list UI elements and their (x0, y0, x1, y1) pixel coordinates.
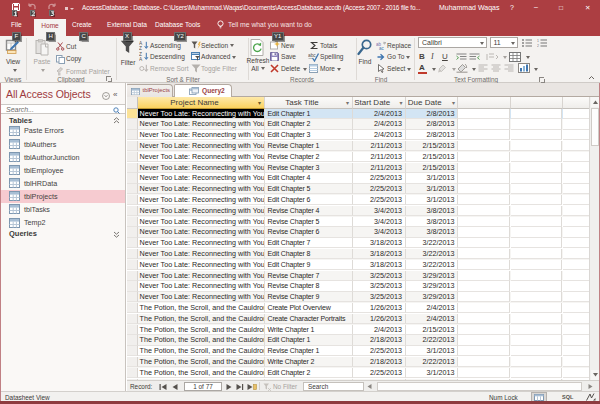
svg-text:abc: abc (308, 53, 316, 58)
svg-text:Z: Z (139, 46, 142, 50)
svg-text:2: 2 (537, 44, 539, 47)
svg-text:A: A (139, 57, 143, 61)
svg-text:1: 1 (537, 39, 539, 43)
svg-text:ac: ac (379, 46, 385, 50)
